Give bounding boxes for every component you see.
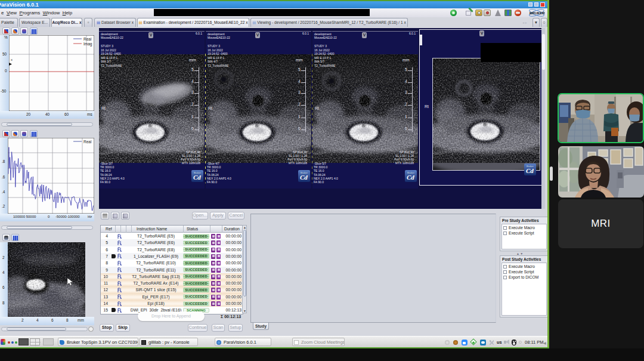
svg-text:Imag: Imag xyxy=(83,42,92,47)
svg-text:Bruker: Bruker xyxy=(194,171,201,174)
svg-text:Cd: Cd xyxy=(407,174,414,181)
svg-text:Bruker: Bruker xyxy=(301,171,308,174)
svg-text:Cd: Cd xyxy=(193,174,201,181)
svg-text:Cd: Cd xyxy=(526,167,534,174)
svg-text:Bruker: Bruker xyxy=(407,171,414,174)
svg-text:Real: Real xyxy=(83,37,92,41)
svg-text:Bruker: Bruker xyxy=(527,165,534,168)
svg-text:BRUKER: BRUKER xyxy=(530,11,545,15)
svg-text:Cd: Cd xyxy=(300,174,308,181)
svg-text:x: x xyxy=(11,58,13,61)
svg-text:Real: Real xyxy=(83,140,92,144)
